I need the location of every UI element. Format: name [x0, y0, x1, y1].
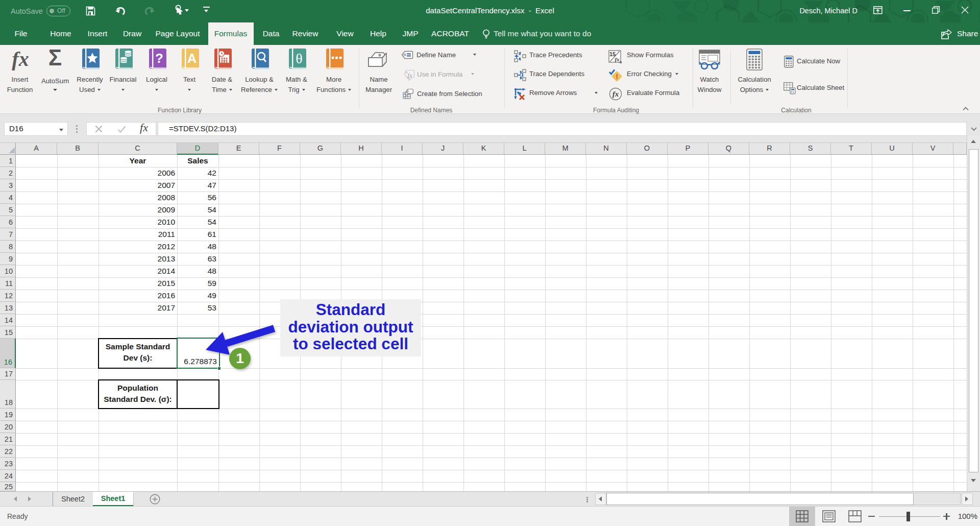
svg-text:?: ? [155, 51, 163, 66]
svg-text:fx: fx [407, 71, 412, 79]
svg-text:fx: fx [612, 90, 619, 98]
svg-text:A: A [187, 51, 197, 65]
svg-text:!: ! [616, 73, 618, 81]
svg-text:θ: θ [296, 51, 302, 66]
svg-text:fx: fx [615, 56, 620, 62]
